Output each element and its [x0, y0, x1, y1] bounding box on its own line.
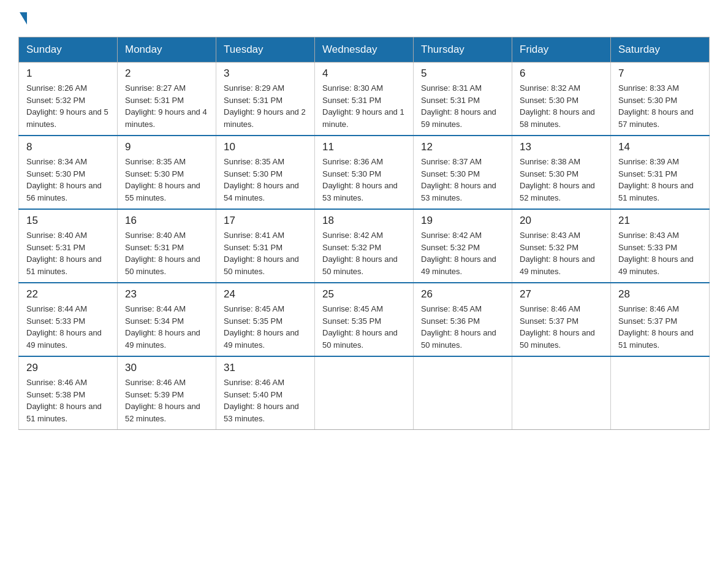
calendar-cell: 7 Sunrise: 8:33 AM Sunset: 5:30 PM Dayli… — [611, 63, 710, 136]
day-info: Sunrise: 8:44 AM Sunset: 5:33 PM Dayligh… — [26, 303, 110, 351]
calendar-cell: 23 Sunrise: 8:44 AM Sunset: 5:34 PM Dayl… — [118, 283, 216, 356]
day-info: Sunrise: 8:37 AM Sunset: 5:30 PM Dayligh… — [421, 156, 504, 204]
weekday-header-sunday: Sunday — [19, 37, 118, 63]
calendar-cell: 26 Sunrise: 8:45 AM Sunset: 5:36 PM Dayl… — [414, 283, 512, 356]
week-row-4: 22 Sunrise: 8:44 AM Sunset: 5:33 PM Dayl… — [19, 283, 710, 356]
day-number: 18 — [322, 215, 406, 227]
day-info: Sunrise: 8:27 AM Sunset: 5:31 PM Dayligh… — [125, 82, 208, 130]
week-row-1: 1 Sunrise: 8:26 AM Sunset: 5:32 PM Dayli… — [19, 63, 710, 136]
day-number: 25 — [322, 288, 406, 301]
calendar-cell: 12 Sunrise: 8:37 AM Sunset: 5:30 PM Dayl… — [414, 136, 512, 209]
day-info: Sunrise: 8:45 AM Sunset: 5:36 PM Dayligh… — [421, 303, 504, 351]
day-info: Sunrise: 8:38 AM Sunset: 5:30 PM Dayligh… — [520, 156, 603, 204]
day-info: Sunrise: 8:43 AM Sunset: 5:33 PM Dayligh… — [618, 229, 702, 277]
weekday-header-saturday: Saturday — [611, 37, 710, 63]
calendar-cell — [315, 356, 414, 430]
day-number: 24 — [224, 288, 307, 301]
week-row-3: 15 Sunrise: 8:40 AM Sunset: 5:31 PM Dayl… — [19, 209, 710, 283]
calendar-cell: 8 Sunrise: 8:34 AM Sunset: 5:30 PM Dayli… — [19, 136, 118, 209]
weekday-header-thursday: Thursday — [414, 37, 512, 63]
calendar-cell: 14 Sunrise: 8:39 AM Sunset: 5:31 PM Dayl… — [611, 136, 710, 209]
day-info: Sunrise: 8:34 AM Sunset: 5:30 PM Dayligh… — [26, 156, 110, 204]
weekday-header-friday: Friday — [512, 37, 611, 63]
day-number: 20 — [520, 215, 603, 227]
day-info: Sunrise: 8:35 AM Sunset: 5:30 PM Dayligh… — [224, 156, 307, 204]
day-info: Sunrise: 8:29 AM Sunset: 5:31 PM Dayligh… — [224, 82, 307, 130]
day-info: Sunrise: 8:44 AM Sunset: 5:34 PM Dayligh… — [125, 303, 208, 351]
day-number: 22 — [26, 288, 110, 301]
day-info: Sunrise: 8:40 AM Sunset: 5:31 PM Dayligh… — [125, 229, 208, 277]
day-info: Sunrise: 8:43 AM Sunset: 5:32 PM Dayligh… — [520, 229, 603, 277]
calendar-cell: 29 Sunrise: 8:46 AM Sunset: 5:38 PM Dayl… — [19, 356, 118, 430]
calendar-cell: 11 Sunrise: 8:36 AM Sunset: 5:30 PM Dayl… — [315, 136, 414, 209]
weekday-header-monday: Monday — [118, 37, 216, 63]
day-number: 8 — [26, 141, 110, 153]
calendar-cell — [611, 356, 710, 430]
calendar-cell — [414, 356, 512, 430]
week-row-5: 29 Sunrise: 8:46 AM Sunset: 5:38 PM Dayl… — [19, 356, 710, 430]
day-info: Sunrise: 8:45 AM Sunset: 5:35 PM Dayligh… — [224, 303, 307, 351]
calendar-cell: 21 Sunrise: 8:43 AM Sunset: 5:33 PM Dayl… — [611, 209, 710, 283]
day-info: Sunrise: 8:33 AM Sunset: 5:30 PM Dayligh… — [618, 82, 702, 130]
day-info: Sunrise: 8:26 AM Sunset: 5:32 PM Dayligh… — [26, 82, 110, 130]
day-number: 14 — [618, 141, 702, 153]
logo-triangle-icon — [20, 12, 27, 25]
day-info: Sunrise: 8:31 AM Sunset: 5:31 PM Dayligh… — [421, 82, 504, 130]
calendar-table: SundayMondayTuesdayWednesdayThursdayFrid… — [18, 37, 710, 430]
day-number: 1 — [26, 67, 110, 80]
calendar-cell: 4 Sunrise: 8:30 AM Sunset: 5:31 PM Dayli… — [315, 63, 414, 136]
day-number: 2 — [125, 67, 208, 80]
day-number: 23 — [125, 288, 208, 301]
day-number: 5 — [421, 67, 504, 80]
day-number: 10 — [224, 141, 307, 153]
calendar-cell: 16 Sunrise: 8:40 AM Sunset: 5:31 PM Dayl… — [118, 209, 216, 283]
weekday-header-tuesday: Tuesday — [216, 37, 315, 63]
day-number: 26 — [421, 288, 504, 301]
calendar-body: 1 Sunrise: 8:26 AM Sunset: 5:32 PM Dayli… — [19, 63, 710, 430]
day-number: 3 — [224, 67, 307, 80]
day-number: 15 — [26, 215, 110, 227]
day-number: 13 — [520, 141, 603, 153]
calendar-cell: 10 Sunrise: 8:35 AM Sunset: 5:30 PM Dayl… — [216, 136, 315, 209]
calendar-cell — [512, 356, 611, 430]
day-info: Sunrise: 8:32 AM Sunset: 5:30 PM Dayligh… — [520, 82, 603, 130]
calendar-cell: 1 Sunrise: 8:26 AM Sunset: 5:32 PM Dayli… — [19, 63, 118, 136]
day-number: 30 — [125, 362, 208, 374]
calendar-cell: 18 Sunrise: 8:42 AM Sunset: 5:32 PM Dayl… — [315, 209, 414, 283]
day-info: Sunrise: 8:45 AM Sunset: 5:35 PM Dayligh… — [322, 303, 406, 351]
day-info: Sunrise: 8:40 AM Sunset: 5:31 PM Dayligh… — [26, 229, 110, 277]
day-number: 12 — [421, 141, 504, 153]
calendar-cell: 15 Sunrise: 8:40 AM Sunset: 5:31 PM Dayl… — [19, 209, 118, 283]
day-number: 17 — [224, 215, 307, 227]
day-number: 9 — [125, 141, 208, 153]
calendar-cell: 30 Sunrise: 8:46 AM Sunset: 5:39 PM Dayl… — [118, 356, 216, 430]
logo — [18, 12, 28, 25]
day-info: Sunrise: 8:46 AM Sunset: 5:38 PM Dayligh… — [26, 377, 110, 424]
day-info: Sunrise: 8:39 AM Sunset: 5:31 PM Dayligh… — [618, 156, 702, 204]
calendar-cell: 3 Sunrise: 8:29 AM Sunset: 5:31 PM Dayli… — [216, 63, 315, 136]
day-number: 27 — [520, 288, 603, 301]
day-info: Sunrise: 8:36 AM Sunset: 5:30 PM Dayligh… — [322, 156, 406, 204]
calendar-cell: 19 Sunrise: 8:42 AM Sunset: 5:32 PM Dayl… — [414, 209, 512, 283]
day-info: Sunrise: 8:35 AM Sunset: 5:30 PM Dayligh… — [125, 156, 208, 204]
day-info: Sunrise: 8:30 AM Sunset: 5:31 PM Dayligh… — [322, 82, 406, 130]
day-info: Sunrise: 8:42 AM Sunset: 5:32 PM Dayligh… — [322, 229, 406, 277]
calendar-cell: 5 Sunrise: 8:31 AM Sunset: 5:31 PM Dayli… — [414, 63, 512, 136]
weekday-header-wednesday: Wednesday — [315, 37, 414, 63]
calendar-cell: 28 Sunrise: 8:46 AM Sunset: 5:37 PM Dayl… — [611, 283, 710, 356]
calendar-cell: 27 Sunrise: 8:46 AM Sunset: 5:37 PM Dayl… — [512, 283, 611, 356]
calendar-cell: 6 Sunrise: 8:32 AM Sunset: 5:30 PM Dayli… — [512, 63, 611, 136]
weekday-header-row: SundayMondayTuesdayWednesdayThursdayFrid… — [19, 37, 710, 63]
calendar-cell: 9 Sunrise: 8:35 AM Sunset: 5:30 PM Dayli… — [118, 136, 216, 209]
calendar-cell: 31 Sunrise: 8:46 AM Sunset: 5:40 PM Dayl… — [216, 356, 315, 430]
calendar-cell: 25 Sunrise: 8:45 AM Sunset: 5:35 PM Dayl… — [315, 283, 414, 356]
calendar-cell: 22 Sunrise: 8:44 AM Sunset: 5:33 PM Dayl… — [19, 283, 118, 356]
day-number: 4 — [322, 67, 406, 80]
day-info: Sunrise: 8:46 AM Sunset: 5:40 PM Dayligh… — [224, 377, 307, 424]
day-number: 11 — [322, 141, 406, 153]
calendar-cell: 2 Sunrise: 8:27 AM Sunset: 5:31 PM Dayli… — [118, 63, 216, 136]
day-info: Sunrise: 8:41 AM Sunset: 5:31 PM Dayligh… — [224, 229, 307, 277]
day-info: Sunrise: 8:46 AM Sunset: 5:37 PM Dayligh… — [618, 303, 702, 351]
day-number: 29 — [26, 362, 110, 374]
day-number: 21 — [618, 215, 702, 227]
